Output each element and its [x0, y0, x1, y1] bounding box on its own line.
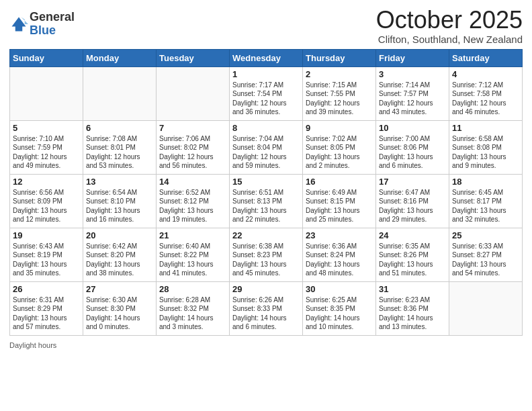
day-info: Sunrise: 6:28 AM Sunset: 8:32 PM Dayligh… — [159, 295, 226, 332]
calendar-day-13: 13Sunrise: 6:54 AM Sunset: 8:10 PM Dayli… — [83, 174, 157, 228]
day-number: 10 — [379, 123, 446, 133]
day-info: Sunrise: 6:40 AM Sunset: 8:22 PM Dayligh… — [159, 242, 226, 278]
day-number: 9 — [306, 123, 373, 133]
day-number: 24 — [379, 230, 446, 240]
day-number: 20 — [86, 230, 153, 240]
calendar-day-15: 15Sunrise: 6:51 AM Sunset: 8:13 PM Dayli… — [230, 174, 303, 228]
calendar-day-1: 1Sunrise: 7:17 AM Sunset: 7:54 PM Daylig… — [230, 66, 303, 120]
day-number: 14 — [159, 177, 226, 187]
day-info: Sunrise: 6:58 AM Sunset: 8:08 PM Dayligh… — [452, 134, 519, 171]
calendar-day-4: 4Sunrise: 7:12 AM Sunset: 7:58 PM Daylig… — [449, 66, 523, 120]
calendar-empty-cell — [449, 281, 523, 335]
logo-text: General Blue — [30, 11, 75, 38]
daylight-label: Daylight hours — [9, 341, 56, 349]
calendar-day-24: 24Sunrise: 6:35 AM Sunset: 8:26 PM Dayli… — [376, 228, 449, 281]
calendar-table: SundayMondayTuesdayWednesdayThursdayFrid… — [9, 49, 523, 336]
weekday-header-tuesday: Tuesday — [157, 49, 230, 66]
calendar-day-3: 3Sunrise: 7:14 AM Sunset: 7:57 PM Daylig… — [376, 66, 449, 120]
day-info: Sunrise: 7:17 AM Sunset: 7:54 PM Dayligh… — [232, 81, 300, 117]
day-info: Sunrise: 6:33 AM Sunset: 8:27 PM Dayligh… — [452, 242, 519, 278]
day-info: Sunrise: 6:56 AM Sunset: 8:09 PM Dayligh… — [13, 188, 80, 224]
calendar-day-28: 28Sunrise: 6:28 AM Sunset: 8:32 PM Dayli… — [157, 281, 230, 335]
day-number: 5 — [13, 123, 80, 133]
calendar-day-20: 20Sunrise: 6:42 AM Sunset: 8:20 PM Dayli… — [83, 228, 157, 281]
day-number: 16 — [306, 177, 373, 187]
calendar-week-row: 1Sunrise: 7:17 AM Sunset: 7:54 PM Daylig… — [10, 66, 523, 120]
day-number: 17 — [379, 177, 446, 187]
day-number: 7 — [159, 123, 226, 133]
day-number: 15 — [232, 177, 300, 187]
day-info: Sunrise: 7:12 AM Sunset: 7:58 PM Dayligh… — [452, 81, 519, 117]
day-info: Sunrise: 6:35 AM Sunset: 8:26 PM Dayligh… — [379, 242, 446, 278]
calendar-empty-cell — [83, 66, 157, 120]
day-number: 19 — [13, 230, 80, 240]
day-number: 11 — [452, 123, 519, 133]
day-info: Sunrise: 6:52 AM Sunset: 8:12 PM Dayligh… — [159, 188, 226, 224]
day-info: Sunrise: 7:02 AM Sunset: 8:05 PM Dayligh… — [306, 134, 373, 171]
day-number: 6 — [86, 123, 153, 133]
calendar-day-12: 12Sunrise: 6:56 AM Sunset: 8:09 PM Dayli… — [10, 174, 83, 228]
day-number: 12 — [13, 177, 80, 187]
day-number: 13 — [86, 177, 153, 187]
day-number: 18 — [452, 177, 519, 187]
day-info: Sunrise: 6:30 AM Sunset: 8:30 PM Dayligh… — [86, 295, 153, 332]
day-info: Sunrise: 7:14 AM Sunset: 7:57 PM Dayligh… — [379, 81, 446, 117]
day-info: Sunrise: 7:06 AM Sunset: 8:02 PM Dayligh… — [159, 134, 226, 171]
day-info: Sunrise: 7:15 AM Sunset: 7:55 PM Dayligh… — [306, 81, 373, 117]
calendar-day-9: 9Sunrise: 7:02 AM Sunset: 8:05 PM Daylig… — [303, 120, 376, 174]
weekday-header-monday: Monday — [83, 49, 157, 66]
day-info: Sunrise: 6:42 AM Sunset: 8:20 PM Dayligh… — [86, 242, 153, 278]
calendar-day-18: 18Sunrise: 6:45 AM Sunset: 8:17 PM Dayli… — [449, 174, 523, 228]
logo-general-text: General — [30, 11, 75, 24]
day-number: 21 — [159, 230, 226, 240]
calendar-day-31: 31Sunrise: 6:23 AM Sunset: 8:36 PM Dayli… — [376, 281, 449, 335]
logo: General Blue — [9, 11, 75, 38]
day-info: Sunrise: 6:51 AM Sunset: 8:13 PM Dayligh… — [232, 188, 300, 224]
day-number: 30 — [306, 284, 373, 294]
calendar-week-row: 19Sunrise: 6:43 AM Sunset: 8:19 PM Dayli… — [10, 228, 523, 281]
calendar-day-19: 19Sunrise: 6:43 AM Sunset: 8:19 PM Dayli… — [10, 228, 83, 281]
day-number: 29 — [232, 284, 300, 294]
calendar-day-21: 21Sunrise: 6:40 AM Sunset: 8:22 PM Dayli… — [157, 228, 230, 281]
day-info: Sunrise: 6:25 AM Sunset: 8:35 PM Dayligh… — [306, 295, 373, 332]
weekday-header-friday: Friday — [376, 49, 449, 66]
calendar-day-27: 27Sunrise: 6:30 AM Sunset: 8:30 PM Dayli… — [83, 281, 157, 335]
day-number: 28 — [159, 284, 226, 294]
day-info: Sunrise: 6:26 AM Sunset: 8:33 PM Dayligh… — [232, 295, 300, 332]
location-subtitle: Clifton, Southland, New Zealand — [376, 34, 523, 45]
day-number: 31 — [379, 284, 446, 294]
day-number: 23 — [306, 230, 373, 240]
weekday-header-thursday: Thursday — [303, 49, 376, 66]
calendar-day-25: 25Sunrise: 6:33 AM Sunset: 8:27 PM Dayli… — [449, 228, 523, 281]
day-number: 26 — [13, 284, 80, 294]
calendar-day-23: 23Sunrise: 6:36 AM Sunset: 8:24 PM Dayli… — [303, 228, 376, 281]
calendar-week-row: 5Sunrise: 7:10 AM Sunset: 7:59 PM Daylig… — [10, 120, 523, 174]
footer: Daylight hours — [9, 341, 523, 349]
day-info: Sunrise: 7:10 AM Sunset: 7:59 PM Dayligh… — [13, 134, 80, 171]
day-info: Sunrise: 6:47 AM Sunset: 8:16 PM Dayligh… — [379, 188, 446, 224]
day-info: Sunrise: 6:36 AM Sunset: 8:24 PM Dayligh… — [306, 242, 373, 278]
month-title: October 2025 — [376, 7, 523, 34]
day-info: Sunrise: 6:31 AM Sunset: 8:29 PM Dayligh… — [13, 295, 80, 332]
day-info: Sunrise: 6:54 AM Sunset: 8:10 PM Dayligh… — [86, 188, 153, 224]
day-number: 22 — [232, 230, 300, 240]
day-number: 4 — [452, 69, 519, 79]
logo-blue-text: Blue — [30, 24, 75, 38]
day-number: 2 — [306, 69, 373, 79]
calendar-day-30: 30Sunrise: 6:25 AM Sunset: 8:35 PM Dayli… — [303, 281, 376, 335]
calendar-empty-cell — [10, 66, 83, 120]
day-info: Sunrise: 6:45 AM Sunset: 8:17 PM Dayligh… — [452, 188, 519, 224]
day-info: Sunrise: 6:38 AM Sunset: 8:23 PM Dayligh… — [232, 242, 300, 278]
day-info: Sunrise: 6:43 AM Sunset: 8:19 PM Dayligh… — [13, 242, 80, 278]
calendar-day-16: 16Sunrise: 6:49 AM Sunset: 8:15 PM Dayli… — [303, 174, 376, 228]
calendar-day-29: 29Sunrise: 6:26 AM Sunset: 8:33 PM Dayli… — [230, 281, 303, 335]
day-number: 1 — [232, 69, 300, 79]
calendar-day-8: 8Sunrise: 7:04 AM Sunset: 8:04 PM Daylig… — [230, 120, 303, 174]
calendar-empty-cell — [157, 66, 230, 120]
weekday-header-sunday: Sunday — [10, 49, 83, 66]
weekday-header-saturday: Saturday — [449, 49, 523, 66]
day-info: Sunrise: 7:08 AM Sunset: 8:01 PM Dayligh… — [86, 134, 153, 171]
header: General Blue October 2025 Clifton, South… — [9, 7, 523, 45]
calendar-week-row: 12Sunrise: 6:56 AM Sunset: 8:09 PM Dayli… — [10, 174, 523, 228]
calendar-day-7: 7Sunrise: 7:06 AM Sunset: 8:02 PM Daylig… — [157, 120, 230, 174]
